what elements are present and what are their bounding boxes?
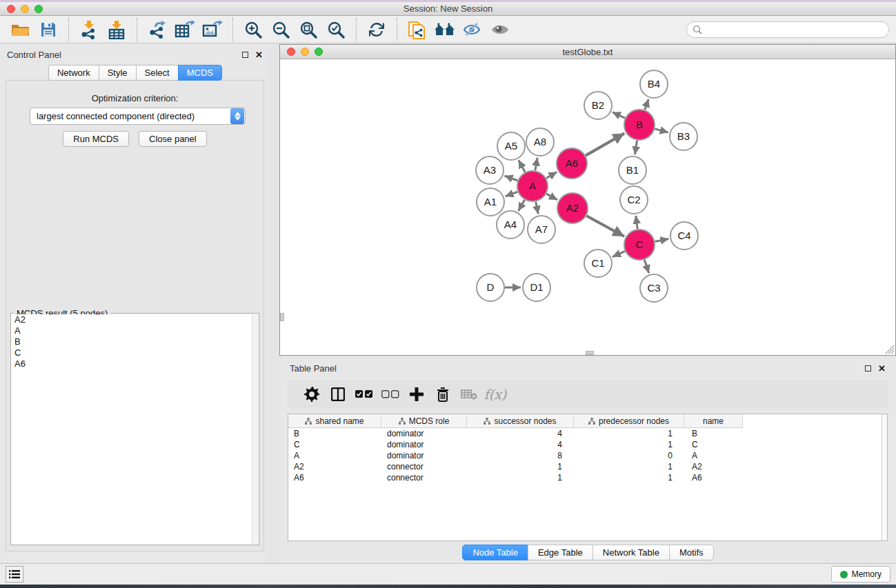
- table-cell[interactable]: A6: [684, 472, 743, 483]
- edge-A-A5[interactable]: [519, 160, 525, 172]
- table-cell[interactable]: 1: [467, 472, 574, 483]
- node-D[interactable]: D: [477, 274, 504, 301]
- import-table-icon[interactable]: [103, 17, 130, 42]
- table-cell[interactable]: 1: [574, 472, 684, 483]
- mcds-result-list[interactable]: A2ABCA6: [12, 314, 252, 544]
- column-settings-gear-icon[interactable]: [299, 383, 325, 406]
- table-cell[interactable]: connector: [381, 472, 467, 483]
- show-selected-icon[interactable]: [486, 17, 514, 42]
- delete-column-icon[interactable]: [430, 383, 456, 406]
- table-cell[interactable]: A: [684, 450, 743, 461]
- table-scrollbar[interactable]: [882, 414, 887, 540]
- edge-C-C3[interactable]: [644, 260, 648, 273]
- table-row[interactable]: A6connector11A6: [288, 472, 887, 483]
- table-cell[interactable]: B: [288, 428, 381, 439]
- edge-B-B3[interactable]: [655, 129, 668, 132]
- result-list-scrollbar[interactable]: [252, 314, 258, 544]
- tab-style[interactable]: Style: [99, 65, 137, 81]
- edge-A6-B[interactable]: [586, 133, 624, 155]
- table-cell[interactable]: A6: [288, 472, 381, 483]
- vertical-scroll-nub[interactable]: [280, 313, 284, 321]
- tab-motifs[interactable]: Motifs: [669, 545, 714, 560]
- table-cell[interactable]: A2: [288, 461, 381, 472]
- search-input[interactable]: [706, 25, 883, 34]
- edge-C-C2[interactable]: [636, 216, 637, 229]
- table-cell[interactable]: 8: [467, 450, 574, 461]
- zoom-out-icon[interactable]: [267, 17, 295, 42]
- show-all-networks-icon[interactable]: [431, 17, 459, 42]
- node-B3[interactable]: B3: [670, 123, 697, 150]
- table-cell[interactable]: 4: [467, 428, 574, 439]
- tab-network[interactable]: Network: [48, 65, 99, 81]
- result-item[interactable]: A2: [12, 314, 252, 325]
- close-panel-icon[interactable]: ✕: [255, 50, 263, 59]
- result-item[interactable]: A6: [12, 358, 252, 369]
- export-table-icon[interactable]: [171, 17, 199, 42]
- table-cell[interactable]: 0: [574, 450, 684, 461]
- minimize-window-button[interactable]: [21, 5, 29, 13]
- node-A3[interactable]: A3: [476, 156, 504, 184]
- edge-A-A2[interactable]: [546, 194, 557, 200]
- task-history-button[interactable]: [6, 566, 23, 582]
- edge-B-B2[interactable]: [613, 112, 625, 119]
- node-C[interactable]: C: [624, 230, 655, 260]
- resize-grip-icon[interactable]: [885, 345, 895, 354]
- edge-A-A3[interactable]: [505, 176, 518, 181]
- maximize-window-button[interactable]: [34, 5, 43, 13]
- node-A4[interactable]: A4: [497, 211, 524, 239]
- network-graph[interactable]: B4B2BB3A8A5A6A3B1AC2A1A2A4A7C4CC1C3DD1: [280, 59, 895, 355]
- edge-C-C1[interactable]: [613, 251, 625, 256]
- save-session-icon[interactable]: [34, 17, 62, 42]
- tab-select[interactable]: Select: [136, 65, 179, 81]
- table-cell[interactable]: 1: [574, 439, 684, 450]
- export-network-icon[interactable]: [143, 17, 171, 42]
- node-A7[interactable]: A7: [528, 216, 555, 243]
- node-C2[interactable]: C2: [620, 186, 648, 214]
- node-A[interactable]: A: [517, 171, 548, 201]
- column-header-MCDS-role[interactable]: MCDS role: [381, 414, 467, 428]
- edge-A-A6[interactable]: [546, 172, 557, 179]
- edge-A-A8[interactable]: [535, 158, 537, 171]
- table-cell[interactable]: 1: [574, 461, 684, 472]
- tab-edge-table[interactable]: Edge Table: [528, 545, 593, 560]
- node-B2[interactable]: B2: [584, 92, 612, 119]
- column-header-shared-name[interactable]: shared name: [288, 414, 381, 428]
- zoom-selected-icon[interactable]: [322, 17, 350, 42]
- network-window-titlebar[interactable]: testGlobe.txt: [280, 45, 895, 59]
- table-cell[interactable]: dominator: [381, 428, 467, 439]
- edge-A-A4[interactable]: [518, 200, 524, 211]
- node-A6[interactable]: A6: [557, 148, 587, 179]
- tab-node-table[interactable]: Node Table: [462, 545, 528, 560]
- node-B1[interactable]: B1: [619, 156, 646, 184]
- table-cell[interactable]: C: [684, 439, 743, 450]
- refresh-layout-icon[interactable]: [363, 17, 390, 42]
- node-D1[interactable]: D1: [523, 274, 550, 301]
- table-cell[interactable]: 1: [467, 461, 574, 472]
- network-maximize-button[interactable]: [315, 48, 323, 56]
- network-canvas[interactable]: B4B2BB3A8A5A6A3B1AC2A1A2A4A7C4CC1C3DD1: [280, 59, 895, 355]
- float-table-panel-icon[interactable]: [865, 365, 871, 372]
- table-cell[interactable]: C: [288, 439, 381, 450]
- node-C1[interactable]: C1: [584, 250, 612, 277]
- memory-button[interactable]: Memory: [831, 566, 890, 582]
- open-session-icon[interactable]: [7, 17, 34, 42]
- function-builder-icon[interactable]: f(x): [482, 383, 508, 406]
- table-cell[interactable]: dominator: [381, 439, 467, 450]
- table-row[interactable]: Cdominator41C: [288, 439, 887, 450]
- select-all-columns-icon[interactable]: [351, 383, 377, 406]
- export-image-icon[interactable]: [199, 17, 226, 42]
- table-row[interactable]: A2connector11A2: [288, 461, 887, 472]
- node-A2[interactable]: A2: [557, 193, 588, 223]
- tab-mcds[interactable]: MCDS: [178, 65, 222, 81]
- edge-A2-C[interactable]: [586, 216, 624, 236]
- table-cell[interactable]: 1: [574, 428, 684, 439]
- table-cell[interactable]: 4: [467, 439, 574, 450]
- table-cell[interactable]: connector: [381, 461, 467, 472]
- optimization-criterion-select[interactable]: largest connected component (directed): [30, 108, 246, 125]
- deselect-all-columns-icon[interactable]: [377, 383, 404, 406]
- result-item[interactable]: B: [12, 336, 252, 347]
- table-cell[interactable]: A: [288, 450, 381, 461]
- delete-table-icon[interactable]: [456, 383, 482, 406]
- close-window-button[interactable]: [7, 5, 15, 13]
- zoom-fit-icon[interactable]: [295, 17, 322, 42]
